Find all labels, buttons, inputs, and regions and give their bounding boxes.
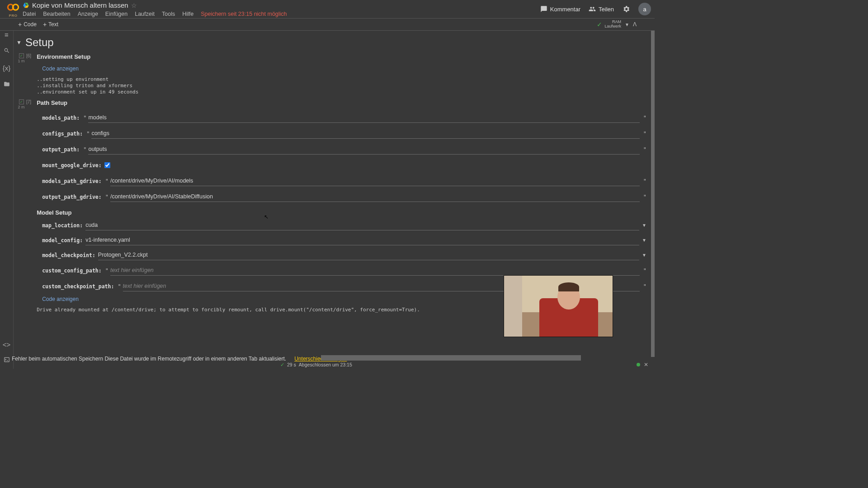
checkbox-mount-gdrive[interactable] (104, 162, 110, 168)
share-label: Teilen (599, 6, 614, 13)
run-gutter[interactable]: ✓ 2 m (17, 99, 25, 109)
runtime-dropdown-icon[interactable]: ▼ (625, 22, 629, 27)
field-model-checkpoint: model_checkpoint: Protogen_V2.2.ckpt ▼ (37, 248, 649, 263)
label-output-path: output_path: (37, 146, 80, 153)
label-map-location: map_location: (37, 222, 83, 229)
show-code-link[interactable]: Code anzeigen (37, 64, 649, 76)
scrollbar[interactable] (651, 31, 655, 357)
comment-icon (540, 5, 547, 13)
exec-count: [6] (26, 53, 31, 58)
avatar-letter: a (643, 6, 646, 13)
toolbar-right: ✓ RAM Laufwerk ▼ ᐱ (597, 20, 637, 29)
status-done: Abgeschlossen um 23:15 (299, 362, 352, 367)
cursor-icon: ↖ (264, 214, 269, 220)
menu-tools[interactable]: Tools (162, 11, 175, 17)
toolbar: +Code +Text ✓ RAM Laufwerk ▼ ᐱ (0, 18, 655, 31)
connected-check-icon: ✓ (597, 21, 602, 28)
code-snippets-icon[interactable]: <> (3, 341, 11, 348)
people-icon (589, 5, 596, 13)
share-button[interactable]: Teilen (589, 5, 614, 13)
chevron-down-icon[interactable]: ▼ (639, 238, 649, 243)
close-icon[interactable]: ✕ (644, 361, 648, 368)
chevron-down-icon[interactable]: ▼ (639, 223, 649, 228)
field-model-config: model_config: v1-inference.yaml ▼ (37, 233, 649, 248)
cell-environment-setup: ✓ 1 m [6] Environment Setup Code anzeige… (17, 53, 649, 95)
comment-label: Kommentar (550, 6, 580, 13)
input-custom-config-path[interactable] (110, 265, 640, 276)
gear-icon[interactable] (622, 5, 630, 13)
left-rail: ≡ {x} <> (0, 31, 14, 369)
section-collapse-icon[interactable]: ▼ (16, 39, 22, 46)
input-configs-path[interactable] (91, 128, 639, 139)
webcam-overlay (504, 275, 613, 337)
notebook-title[interactable]: Kopie von Mensch altern lassen (32, 1, 128, 9)
status-bar: ✓ 29 s Abgeschlossen um 23:15 ✕ (0, 361, 655, 369)
avatar[interactable]: a (638, 3, 651, 15)
input-models-path[interactable] (88, 113, 639, 123)
menu-edit[interactable]: Bearbeiten (43, 11, 70, 17)
label-model-config: model_config: (37, 237, 83, 244)
collapse-icon[interactable]: ᐱ (633, 21, 637, 28)
field-configs-path: configs_path: " " (37, 126, 649, 141)
field-map-location: map_location: cuda ▼ (37, 218, 649, 233)
section-head: ▼ Setup (16, 34, 649, 53)
select-map-location[interactable]: cuda (85, 220, 639, 230)
horizontal-scrollbar[interactable] (321, 355, 581, 361)
input-output-path[interactable] (88, 144, 639, 155)
add-text-label: Text (48, 21, 58, 28)
title-row: Kopie von Mensch altern lassen ☆ (23, 1, 540, 9)
pro-badge: PRO (9, 14, 18, 18)
header: PRO Kopie von Mensch altern lassen ☆ Dat… (0, 0, 655, 18)
select-model-checkpoint[interactable]: Protogen_V2.2.ckpt (98, 250, 639, 260)
run-time: 1 m (18, 59, 24, 63)
input-models-path-gdrive[interactable] (110, 176, 640, 186)
status-time: 29 s (287, 362, 296, 367)
exec-count: [7] (26, 99, 31, 104)
label-mount-gdrive: mount_google_drive: (37, 162, 102, 169)
section-title: Setup (25, 36, 54, 49)
star-icon[interactable]: ☆ (131, 2, 137, 9)
add-text-button[interactable]: +Text (43, 21, 58, 28)
add-code-button[interactable]: +Code (18, 21, 37, 28)
chevron-down-icon[interactable]: ▼ (639, 253, 649, 258)
menubar: Datei Bearbeiten Anzeige Einfügen Laufze… (23, 9, 540, 17)
label-models-path-gdrive: models_path_gdrive: (37, 178, 102, 184)
run-gutter[interactable]: ✓ 1 m (17, 53, 25, 63)
comment-button[interactable]: Kommentar (540, 5, 580, 13)
menu-file[interactable]: Datei (23, 11, 36, 17)
field-output-path-gdrive: output_path_gdrive: " " (37, 189, 649, 205)
cell-heading: Environment Setup (37, 53, 649, 60)
status-check-icon: ✓ (280, 362, 284, 368)
logo-wrap: PRO (4, 1, 23, 18)
label-model-checkpoint: model_checkpoint: (37, 252, 95, 258)
ram-disk-indicator[interactable]: ✓ RAM Laufwerk (597, 20, 622, 29)
run-status-icon: ✓ (19, 53, 24, 58)
disk-label: Laufwerk (605, 24, 622, 29)
drive-icon (23, 2, 29, 9)
field-models-path: models_path: " " (37, 110, 649, 126)
label-models-path: models_path: (37, 115, 80, 121)
ram-disk-text: RAM Laufwerk (605, 20, 622, 29)
cell-output: ..setting up environment..installing tri… (37, 76, 649, 95)
field-models-path-gdrive: models_path_gdrive: " " (37, 173, 649, 189)
menu-runtime[interactable]: Laufzeit (135, 11, 155, 17)
add-code-label: Code (24, 21, 37, 28)
field-mount-gdrive: mount_google_drive: (37, 157, 649, 173)
run-status-icon: ✓ (19, 99, 24, 104)
variables-icon[interactable]: {x} (3, 64, 11, 72)
colab-logo-icon[interactable] (7, 1, 19, 14)
select-model-config[interactable]: v1-inference.yaml (85, 235, 639, 245)
quote-close: " (640, 115, 649, 121)
files-icon[interactable] (4, 81, 10, 89)
autosave-error: Speichern seit 23:15 nicht möglich (201, 11, 287, 17)
menu-insert[interactable]: Einfügen (105, 11, 127, 17)
run-time: 2 m (18, 105, 24, 109)
cell-heading: Path Setup (37, 99, 649, 106)
field-output-path: output_path: " " (37, 141, 649, 157)
search-icon[interactable] (4, 47, 10, 55)
menu-view[interactable]: Anzeige (78, 11, 98, 17)
toc-icon[interactable]: ≡ (5, 31, 9, 38)
input-output-path-gdrive[interactable] (110, 192, 640, 202)
menu-help[interactable]: Hilfe (182, 11, 193, 17)
label-configs-path: configs_path: (37, 131, 83, 137)
